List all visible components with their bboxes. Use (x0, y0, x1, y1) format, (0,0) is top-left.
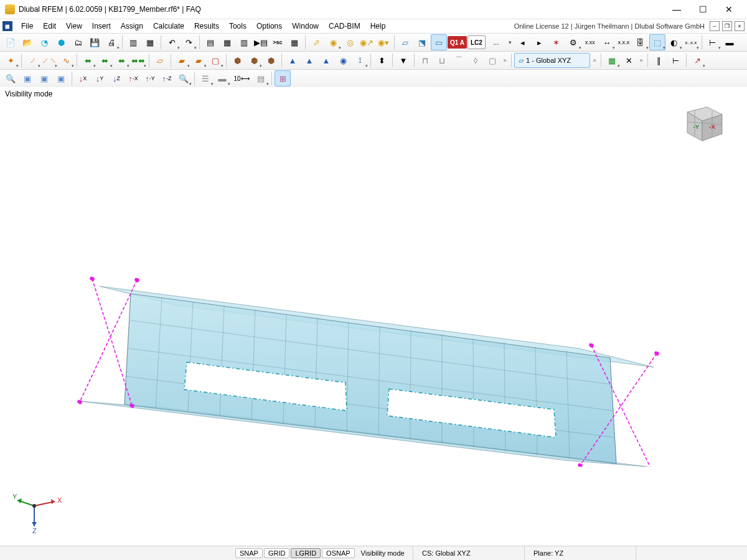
frame-2-button[interactable]: ⊔ (434, 52, 450, 68)
navigation-cube[interactable]: -Y -X (677, 97, 727, 147)
navigator-button[interactable]: ▤ (202, 34, 218, 50)
align-button[interactable]: ⬔ (414, 34, 430, 50)
plane-1-button[interactable]: ▰▾ (174, 52, 190, 68)
dim-xxx-button[interactable]: x.x.x (616, 34, 632, 50)
undo-button[interactable]: ↶▾ (164, 34, 180, 50)
next-lc-button[interactable]: ▸ (532, 34, 548, 50)
select-special-button[interactable]: ◉↗ (359, 34, 375, 50)
menu-help[interactable]: Help (365, 21, 391, 32)
loadcase-q1a-badge[interactable]: Q1 A (448, 36, 467, 49)
section-2-button[interactable]: ⊢ (667, 52, 684, 68)
member-end-button[interactable]: ⊢▾ (705, 34, 721, 50)
support-1-button[interactable]: ▲ (284, 52, 301, 68)
toolbar-chevron-icon[interactable]: ▾ (507, 39, 514, 45)
snap-toggle[interactable]: SNAP (235, 548, 263, 558)
view-distance-button[interactable]: 10 ⟷ (231, 70, 252, 86)
measure-button[interactable]: ↗▾ (689, 52, 705, 68)
member-set-button[interactable]: ⬌⬌▾ (130, 52, 146, 68)
bridge-button[interactable]: ⌒ (451, 52, 467, 68)
coord-system-select[interactable]: ▱ 1 - Global XYZ (514, 53, 590, 68)
menu-cad-bim[interactable]: CAD-BIM (324, 21, 365, 32)
axis-neg-z-button[interactable]: ↑-Z (159, 70, 175, 86)
member-section-button[interactable]: ▬ (721, 34, 738, 50)
menu-tools[interactable]: Tools (224, 21, 251, 32)
dim-tool-button[interactable]: ↔▾ (599, 34, 615, 50)
lasso-select-button[interactable]: ◉▾ (325, 34, 341, 50)
spacer-button[interactable]: ⬍ (374, 52, 390, 68)
axis-y-button[interactable]: ↓Y (92, 70, 108, 86)
data-table-button[interactable]: ▦ (219, 34, 235, 50)
minimize-button[interactable]: — (664, 0, 690, 19)
panel-button[interactable]: ▥ (236, 34, 252, 50)
solid-2-button[interactable]: ⬢▾ (246, 52, 262, 68)
hinge-button[interactable]: ◉ (335, 52, 351, 68)
dim-x-button[interactable]: x.xx (582, 34, 598, 50)
loadcase-lc2[interactable]: LC2 (467, 35, 486, 49)
view-grid-button[interactable]: ▤▾ (253, 70, 269, 86)
axis-neg-x-button[interactable]: ↑-X (125, 70, 141, 86)
layer-button[interactable]: 🗄▾ (632, 34, 649, 50)
print-button[interactable]: 🖨▾ (103, 34, 120, 50)
member-1-button[interactable]: ⬌▾ (80, 52, 96, 68)
new-file-button[interactable]: 📄 (2, 34, 19, 50)
select-arrow-button[interactable]: ⬀ (308, 34, 324, 50)
mesh-view-button[interactable]: ⊞ (275, 70, 291, 86)
menu-insert[interactable]: Insert (87, 21, 116, 32)
view-plane-button[interactable]: ▬▾ (214, 70, 230, 86)
settings-gear-button[interactable]: ⚙▾ (565, 34, 581, 50)
surface-button[interactable]: ▱ (152, 52, 168, 68)
member-2-button[interactable]: ⬌▾ (96, 52, 113, 68)
tool-filter-button[interactable]: ▼ (395, 52, 411, 68)
cube-3-button[interactable]: ▣ (53, 70, 69, 86)
frame-1-button[interactable]: ⊓ (417, 52, 433, 68)
view-stack-button[interactable]: ☰▾ (197, 70, 214, 86)
menu-window[interactable]: Window (287, 21, 324, 32)
solid-1-button[interactable]: ⬢ (229, 52, 245, 68)
results-table-button[interactable]: ▦▾ (604, 52, 620, 68)
bounding-box-button[interactable]: ▭ (431, 34, 447, 50)
polyline-button[interactable]: ⟋⟍▾ (41, 52, 57, 68)
support-2-button[interactable]: ▲ (301, 52, 317, 68)
beam-model[interactable] (31, 156, 685, 467)
block-button[interactable]: 🗂 (70, 34, 86, 50)
results-off-button[interactable]: ✕ (621, 52, 637, 68)
zoom-fit-button[interactable]: 🔍▾ (176, 70, 192, 86)
render-mode-button[interactable]: ◐▾ (666, 34, 682, 50)
plane-2-button[interactable]: ▰▾ (190, 52, 207, 68)
node-button[interactable]: ✦▾ (2, 52, 19, 68)
menu-assign[interactable]: Assign (116, 21, 148, 32)
menu-options[interactable]: Options (251, 21, 287, 32)
model-button[interactable]: ⬢ (53, 34, 69, 50)
opening-button[interactable]: ▢▾ (207, 52, 223, 68)
doc-restore-button[interactable]: ❐ (722, 21, 732, 31)
save-button[interactable]: 💾 (87, 34, 103, 50)
menu-calculate[interactable]: Calculate (148, 21, 189, 32)
solid-3-button[interactable]: ⬢ (263, 52, 279, 68)
menu-view[interactable]: View (61, 21, 87, 32)
chevron-icon[interactable]: » (591, 57, 598, 63)
cloud-button[interactable]: ◔ (36, 34, 52, 50)
grid-panel-button[interactable]: ▦ (286, 34, 303, 50)
axis-z-button[interactable]: ↓Z (108, 70, 125, 86)
member-3-button[interactable]: ⬌▾ (113, 52, 129, 68)
go-button[interactable]: ▶▤ (253, 34, 269, 50)
loadcase-more-button[interactable]: ... (486, 34, 506, 50)
cube-1-button[interactable]: ▣ (19, 70, 35, 86)
section-1-button[interactable]: ‖ (651, 52, 667, 68)
grid-toggle[interactable]: GRID (264, 548, 290, 558)
support-3-button[interactable]: ▲ (318, 52, 334, 68)
box-button[interactable]: ▢ (484, 52, 500, 68)
work-plane-button[interactable]: ▱ (397, 34, 413, 50)
delete-node-button[interactable]: ✶ (548, 34, 565, 50)
axis-neg-y-button[interactable]: ↑-Y (142, 70, 158, 86)
open-file-button[interactable]: 📂 (19, 34, 35, 50)
release-button[interactable]: ⟟▾ (352, 52, 368, 68)
table-1-button[interactable]: ▥ (125, 34, 141, 50)
doc-minimize-button[interactable]: – (710, 21, 720, 31)
chevron-icon[interactable]: » (501, 57, 509, 63)
chevron-icon[interactable]: » (637, 57, 645, 63)
line-button[interactable]: ⟋▾ (24, 52, 40, 68)
3d-viewport[interactable]: Visibility mode -Y -X (0, 87, 747, 546)
maximize-button[interactable]: ☐ (690, 0, 716, 19)
circle-select-button[interactable]: ◎ (342, 34, 358, 50)
